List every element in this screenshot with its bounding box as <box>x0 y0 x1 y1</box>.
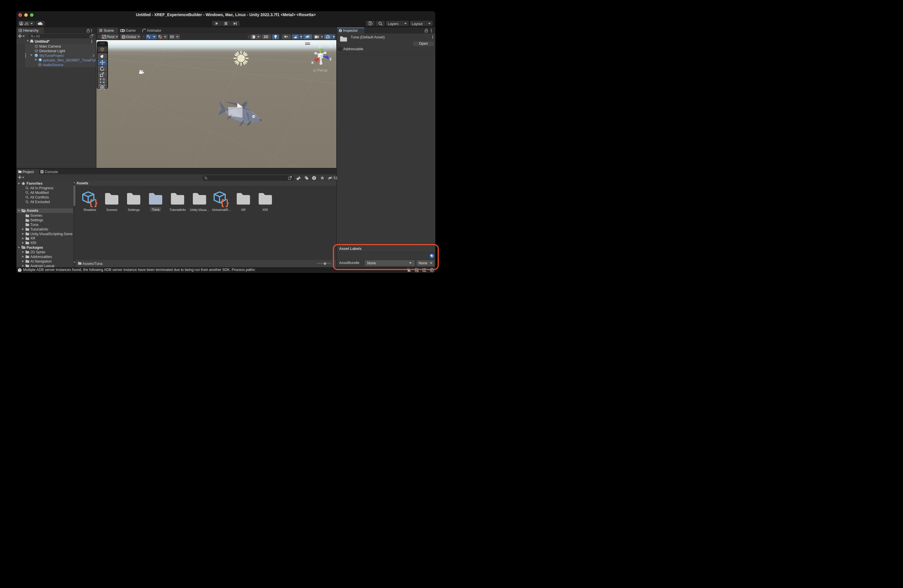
svg-text:Y: Y <box>148 36 150 39</box>
svg-text:z: z <box>329 56 332 61</box>
svg-text:x: x <box>311 60 314 64</box>
svg-text:y: y <box>319 44 321 49</box>
